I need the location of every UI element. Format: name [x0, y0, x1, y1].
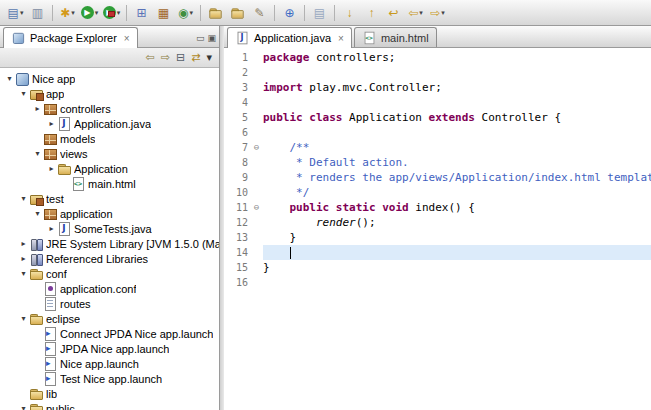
expand-arrow-icon[interactable]: ▸ [18, 239, 29, 248]
fold-collapse-icon[interactable]: ⊖ [250, 140, 263, 155]
maximize-icon[interactable]: ▣ [207, 34, 216, 43]
dropdown-arrow-icon[interactable]: ▾ [20, 9, 24, 17]
dropdown-arrow-icon[interactable]: ▾ [95, 9, 99, 17]
dropdown-arrow-icon[interactable]: ▾ [419, 9, 423, 17]
forward-button[interactable]: ⇨▾ [427, 3, 448, 23]
save-button[interactable]: ▥ [27, 3, 48, 23]
tree-item-sometests-java[interactable]: ▸SomeTests.java [0, 221, 219, 236]
back-button[interactable]: ⇦▾ [405, 3, 426, 23]
previous-annotation-icon: ↑ [369, 7, 375, 19]
tree-item-controllers[interactable]: ▸controllers [0, 101, 219, 116]
fold-gutter [250, 185, 263, 200]
tree-item-models[interactable]: models [0, 131, 219, 146]
code-line-15[interactable]: 15} [224, 260, 651, 275]
code-line-5[interactable]: 5public class Application extends Contro… [224, 110, 651, 125]
tree-item-lib[interactable]: lib [0, 386, 219, 401]
expand-arrow-icon[interactable]: ▸ [46, 224, 57, 233]
fold-collapse-icon[interactable]: ⊖ [250, 200, 263, 215]
link-with-editor-icon[interactable]: ⇄ [191, 52, 200, 63]
dropdown-arrow-icon[interactable]: ▾ [71, 9, 75, 17]
tree-item-conf[interactable]: ▾conf [0, 266, 219, 281]
collapse-arrow-icon[interactable]: ▾ [32, 149, 43, 158]
code-line-1[interactable]: 1package controllers; [224, 50, 651, 65]
code-line-3[interactable]: 3import play.mvc.Controller; [224, 80, 651, 95]
tree-item-test-nice-app-launch[interactable]: Test Nice app.launch [0, 371, 219, 386]
view-menu-icon[interactable]: ▾ [206, 52, 212, 63]
tree-item-referenced-libraries[interactable]: ▸Referenced Libraries [0, 251, 219, 266]
expand-arrow-icon[interactable]: ▸ [46, 164, 57, 173]
next-annotation-button[interactable]: ↓ [339, 3, 360, 23]
code-line-8[interactable]: 8 * Default action. [224, 155, 651, 170]
tree-item-application[interactable]: ▾application [0, 206, 219, 221]
expand-arrow-icon[interactable]: ▸ [46, 119, 57, 128]
code-text: public class Application extends Control… [263, 110, 651, 125]
open-project-button[interactable] [227, 3, 248, 23]
external-tools-button[interactable]: ▶▾ [101, 3, 122, 23]
new-java-package-button[interactable]: ▦ [153, 3, 174, 23]
snippets-button[interactable]: ▤ [309, 3, 330, 23]
collapse-arrow-icon[interactable]: ▾ [18, 194, 29, 203]
collapse-arrow-icon[interactable]: ▾ [18, 404, 29, 410]
next-annotation-icon: ↓ [347, 7, 353, 19]
tree-item-routes[interactable]: routes [0, 296, 219, 311]
new-wizard-button[interactable]: ▤▾ [5, 3, 26, 23]
dropdown-arrow-icon[interactable]: ▾ [117, 9, 121, 17]
tree-item-application-conf[interactable]: application.conf [0, 281, 219, 296]
dropdown-arrow-icon[interactable]: ▾ [441, 9, 445, 17]
close-view-icon[interactable]: × [124, 33, 130, 44]
collapse-arrow-icon[interactable]: ▾ [18, 269, 29, 278]
web-browser-icon: ⊕ [284, 7, 294, 19]
code-line-4[interactable]: 4 [224, 95, 651, 110]
web-browser-button[interactable]: ⊕ [279, 3, 300, 23]
debug-button[interactable]: ✱▾ [57, 3, 78, 23]
last-edit-location-button[interactable]: ↩ [383, 3, 404, 23]
code-line-13[interactable]: 13 } [224, 230, 651, 245]
tree-item-jre-system-library-jvm-1-5-0-mac[interactable]: ▸JRE System Library [JVM 1.5.0 (Mac [0, 236, 219, 251]
tree-item-application[interactable]: ▸Application [0, 161, 219, 176]
tree-item-nice-app[interactable]: ▾Nice app [0, 71, 219, 86]
tree-item-app[interactable]: ▾app [0, 86, 219, 101]
external-tools-badge [108, 11, 115, 17]
run-button[interactable]: ▶▾ [79, 3, 100, 23]
open-resource-button[interactable] [205, 3, 226, 23]
forward-icon[interactable]: ⇨ [161, 52, 170, 63]
editor-tab-application-java[interactable]: Application.java× [227, 27, 352, 48]
mark-occurrences-button[interactable]: ✎ [249, 3, 270, 23]
collapse-arrow-icon[interactable]: ▾ [18, 89, 29, 98]
tree-item-views[interactable]: ▾views [0, 146, 219, 161]
code-line-11[interactable]: 11⊖ public static void index() { [224, 200, 651, 215]
tree-item-eclipse[interactable]: ▾eclipse [0, 311, 219, 326]
tree-item-test[interactable]: ▾test [0, 191, 219, 206]
tree-item-nice-app-launch[interactable]: Nice app.launch [0, 356, 219, 371]
code-line-12[interactable]: 12 render(); [224, 215, 651, 230]
expand-arrow-icon[interactable]: ▸ [18, 254, 29, 263]
collapse-all-icon[interactable]: ⊟ [176, 52, 185, 63]
new-class-button[interactable]: ◉▾ [175, 3, 196, 23]
code-line-16[interactable]: 16 [224, 275, 651, 290]
code-line-6[interactable]: 6 [224, 125, 651, 140]
collapse-arrow-icon[interactable]: ▾ [18, 314, 29, 323]
previous-annotation-button[interactable]: ↑ [361, 3, 382, 23]
code-line-14[interactable]: 14 [224, 245, 651, 260]
code-line-9[interactable]: 9 * renders the app/views/Application/in… [224, 170, 651, 185]
expand-arrow-icon[interactable]: ▸ [32, 104, 43, 113]
tree-item-application-java[interactable]: ▸Application.java [0, 116, 219, 131]
tree-item-connect-jpda-nice-app-launch[interactable]: Connect JPDA Nice app.launch [0, 326, 219, 341]
dropdown-arrow-icon[interactable]: ▾ [189, 9, 193, 17]
collapse-arrow-icon[interactable]: ▾ [4, 74, 15, 83]
close-tab-icon[interactable]: × [338, 33, 344, 44]
editor-tab-main-html[interactable]: main.html [354, 27, 437, 47]
code-editor[interactable]: 1package controllers;23import play.mvc.C… [224, 48, 651, 410]
code-line-2[interactable]: 2 [224, 65, 651, 80]
code-line-7[interactable]: 7⊖ /** [224, 140, 651, 155]
package-explorer-tab[interactable]: Package Explorer × [3, 27, 138, 48]
fold-gutter [250, 125, 263, 140]
tree-item-main-html[interactable]: main.html [0, 176, 219, 191]
new-java-project-button[interactable]: ⊞ [131, 3, 152, 23]
tree-item-public[interactable]: ▾public [0, 401, 219, 410]
code-line-10[interactable]: 10 */ [224, 185, 651, 200]
minimize-icon[interactable]: ▭ [196, 34, 205, 43]
collapse-arrow-icon[interactable]: ▾ [32, 209, 43, 218]
tree-item-jpda-nice-app-launch[interactable]: JPDA Nice app.launch [0, 341, 219, 356]
back-icon[interactable]: ⇦ [146, 52, 155, 63]
